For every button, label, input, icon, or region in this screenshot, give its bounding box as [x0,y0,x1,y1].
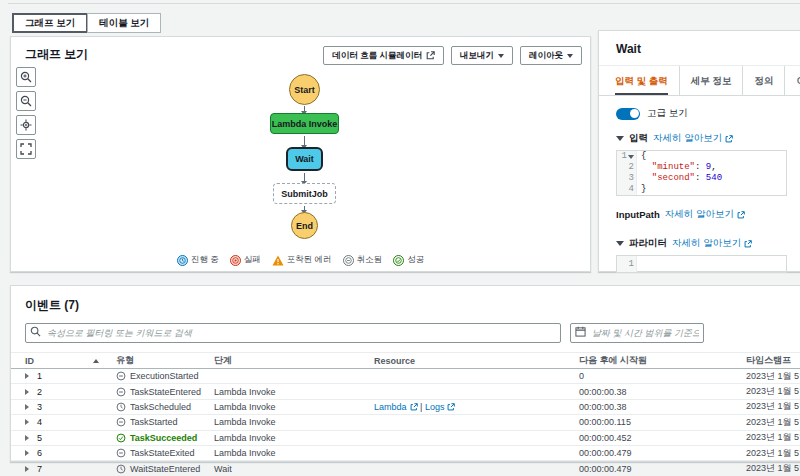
column-id[interactable]: ID [25,356,116,366]
expand-row-icon[interactable] [25,389,29,395]
table-row[interactable]: 3 TaskScheduled Lambda Invoke Lambda | L… [11,400,800,415]
minus-circle-icon [116,448,126,458]
column-timestamp[interactable]: 타임스탬프 [746,354,800,367]
event-timestamp: 2023년 1월 5일 [746,400,800,413]
logs-resource-link[interactable]: Logs [425,402,456,412]
parameters-learn-more-link[interactable]: 자세히 알아보기 [672,237,752,250]
table-row[interactable]: 5 TaskSucceeded Lambda Invoke 00:00:00.4… [11,431,800,446]
event-timestamp: 2023년 1월 5일 [746,447,800,460]
events-table-header: ID 유형 단계 Resource 다음 후에 시작됨 타임스탬프 [11,352,800,369]
expand-row-icon[interactable] [25,450,29,456]
events-panel: 이벤트 (7) ID 유형 단계 Resource 다음 후에 시작됨 타임스탬… [10,285,800,462]
fit-to-screen-button[interactable] [16,139,36,159]
date-range-filter-input[interactable] [570,323,704,343]
flow-edge [304,173,305,181]
expand-row-icon[interactable] [25,404,29,410]
expand-row-icon[interactable] [25,466,29,472]
event-step: Lambda Invoke [214,417,374,427]
legend-succeeded: 성공 [393,254,424,266]
graph-view-panel: 그래프 보기 데이터 흐름 시뮬레이터 내보내기 레이아웃 [10,36,591,272]
legend-caught-error: 포착된 에러 [272,254,332,266]
event-type: TaskStateEntered [130,387,201,397]
graph-panel-title: 그래프 보기 [25,46,88,63]
event-step: Lambda Invoke [214,433,374,443]
event-timestamp: 2023년 1월 5일 [746,416,800,429]
clock-icon [116,402,126,412]
flow-node-end[interactable]: End [291,212,318,239]
flow-node-wait-selected[interactable]: Wait [286,147,323,171]
table-row[interactable]: 6 TaskStateExited Lambda Invoke 00:00:00… [11,446,800,461]
expand-row-icon[interactable] [25,373,29,379]
column-started-after[interactable]: 다음 후에 시작됨 [579,354,746,367]
event-started-after: 00:00:00.38 [579,402,746,412]
expand-row-icon[interactable] [25,419,29,425]
section-collapse-icon[interactable] [616,136,624,141]
event-step: Lambda Invoke [214,402,374,412]
flow-node-start[interactable]: Start [289,74,320,105]
event-started-after: 00:00:00.38 [579,387,746,397]
events-search-input[interactable] [25,323,561,343]
succeeded-icon [393,255,404,266]
event-step: Lambda Invoke [214,448,374,458]
advanced-view-label: 고급 보기 [647,107,688,120]
event-step: Wait [214,464,374,474]
check-circle-icon [116,433,126,443]
event-started-after: 00:00:00.452 [579,433,746,443]
event-timestamp: 2023년 1월 5일 [746,385,800,398]
inputpath-label: InputPath [616,209,660,220]
chevron-down-icon [498,54,504,58]
event-step: Lambda Invoke [214,387,374,397]
expand-row-icon[interactable] [25,435,29,441]
flow-node-submitjob[interactable]: SubmitJob [273,183,336,204]
flow-node-lambda-invoke[interactable]: Lambda Invoke [270,113,339,134]
layout-button[interactable]: 레이아웃 [520,46,582,65]
export-button[interactable]: 내보내기 [451,46,513,65]
table-row[interactable]: 1 ExecutionStarted 0 2023년 1월 5일 [11,369,800,384]
event-resource: Lambda | Logs [374,402,579,412]
caught-error-icon [272,255,284,266]
column-type[interactable]: 유형 [116,354,214,367]
event-type: TaskSucceeded [130,433,197,443]
zoom-in-button[interactable] [16,67,36,87]
minus-circle-icon [116,387,126,397]
event-type: TaskScheduled [130,402,191,412]
data-flow-simulator-button[interactable]: 데이터 흐름 시뮬레이터 [323,46,444,65]
column-resource[interactable]: Resource [374,356,579,366]
event-timestamp: 2023년 1월 5일 [746,462,800,475]
tab-input-output[interactable]: 입력 및 출력 [615,66,668,95]
input-learn-more-link[interactable]: 자세히 알아보기 [653,132,733,145]
table-row[interactable]: 2 TaskStateEntered Lambda Invoke 00:00:0… [11,384,800,399]
status-legend: 진행 중 실패 포착된 에러 취소됨 성공 [11,254,590,266]
cancelled-icon [343,255,354,266]
sort-ascending-icon [93,359,99,363]
tab-definition[interactable]: 정의 [742,66,773,95]
tab-details[interactable]: 세부 정보 [679,66,732,95]
table-row[interactable]: 7 WaitStateEntered Wait 00:00:00.479 202… [11,461,800,476]
minus-circle-icon [116,417,126,427]
external-link-icon [426,51,435,60]
step-functions-execution-screen: 그래프 보기 테이블 보기 그래프 보기 데이터 흐름 시뮬레이터 내보내기 레… [0,0,800,476]
code-fold-icon[interactable] [628,155,634,159]
legend-in-progress: 진행 중 [177,254,219,266]
failed-icon [230,255,241,266]
inputpath-learn-more-link[interactable]: 자세히 알아보기 [665,208,745,221]
top-divider [8,3,800,4]
parameters-code-editor: 1 [616,255,787,273]
search-icon [30,326,41,337]
zoom-out-button[interactable] [16,91,36,111]
event-timestamp: 2023년 1월 5일 [746,431,800,444]
minus-circle-icon [116,371,126,381]
table-row[interactable]: 4 TaskStarted Lambda Invoke 00:00:00.115… [11,415,800,430]
tab-table-view[interactable]: 테이블 보기 [87,13,161,33]
tab-events[interactable]: 이벤트 [784,66,800,95]
input-section-label: 입력 [629,132,648,145]
column-step[interactable]: 단계 [214,354,374,367]
lambda-resource-link[interactable]: Lambda [374,402,418,412]
center-graph-button[interactable] [16,115,36,135]
view-toggle: 그래프 보기 테이블 보기 [12,13,161,33]
advanced-view-toggle[interactable] [616,108,640,120]
tab-graph-view[interactable]: 그래프 보기 [12,13,88,33]
calendar-icon [575,326,586,337]
section-collapse-icon[interactable] [616,241,624,246]
events-title: 이벤트 (7) [11,286,800,322]
